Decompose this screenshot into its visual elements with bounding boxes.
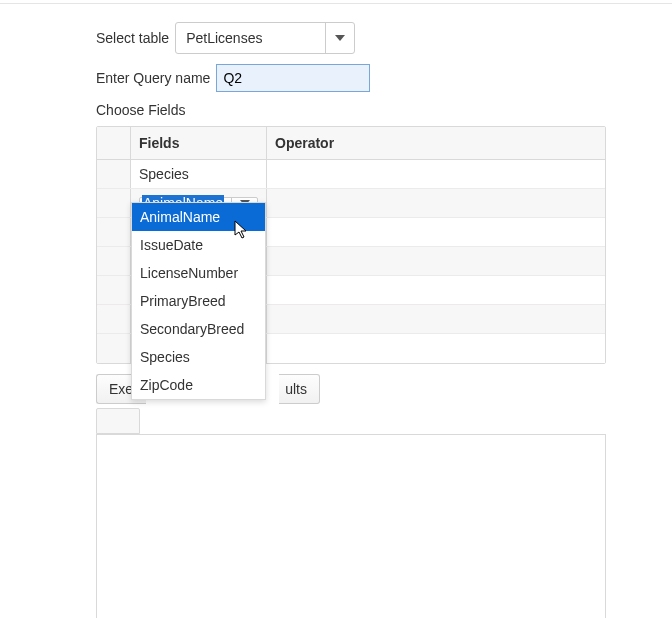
col-header-fields[interactable]: Fields	[131, 127, 267, 159]
col-header-operator[interactable]: Operator	[267, 127, 605, 159]
field-cell[interactable]: Species	[131, 160, 267, 188]
query-name-label: Enter Query name	[96, 70, 210, 86]
row-header[interactable]	[97, 305, 131, 333]
dropdown-option[interactable]: Species	[132, 343, 265, 371]
field-dropdown[interactable]: AnimalName IssueDate LicenseNumber Prima…	[131, 202, 266, 400]
operator-cell[interactable]	[267, 160, 605, 188]
table-combobox-value: PetLicenses	[176, 23, 326, 53]
query-name-input[interactable]	[216, 64, 370, 92]
operator-cell[interactable]	[267, 334, 605, 363]
dropdown-option[interactable]: IssueDate	[132, 231, 265, 259]
results-grid-header	[96, 408, 140, 434]
grid-corner	[97, 127, 131, 159]
table-combobox-toggle[interactable]	[326, 23, 354, 53]
dropdown-option[interactable]: ZipCode	[132, 371, 265, 399]
operator-cell[interactable]	[267, 189, 605, 217]
operator-cell[interactable]	[267, 276, 605, 304]
results-button-fragment[interactable]: ults	[279, 374, 320, 404]
operator-cell[interactable]	[267, 305, 605, 333]
dropdown-option[interactable]: LicenseNumber	[132, 259, 265, 287]
results-panel	[96, 408, 606, 618]
select-table-row: Select table PetLicenses	[96, 22, 672, 54]
query-name-row: Enter Query name	[96, 64, 672, 92]
chevron-down-icon	[335, 35, 345, 41]
results-grid-body[interactable]	[96, 434, 606, 618]
grid-row: Species	[97, 160, 605, 189]
row-header[interactable]	[97, 276, 131, 304]
row-header[interactable]	[97, 247, 131, 275]
row-header[interactable]	[97, 160, 131, 188]
fields-grid-header: Fields Operator	[97, 127, 605, 160]
operator-cell[interactable]	[267, 218, 605, 246]
row-header[interactable]	[97, 189, 131, 217]
row-header[interactable]	[97, 334, 131, 363]
select-table-label: Select table	[96, 30, 169, 46]
choose-fields-label: Choose Fields	[96, 102, 672, 118]
operator-cell[interactable]	[267, 247, 605, 275]
dropdown-option[interactable]: AnimalName	[132, 203, 265, 231]
table-combobox[interactable]: PetLicenses	[175, 22, 355, 54]
dropdown-option[interactable]: PrimaryBreed	[132, 287, 265, 315]
row-header[interactable]	[97, 218, 131, 246]
dropdown-option[interactable]: SecondaryBreed	[132, 315, 265, 343]
